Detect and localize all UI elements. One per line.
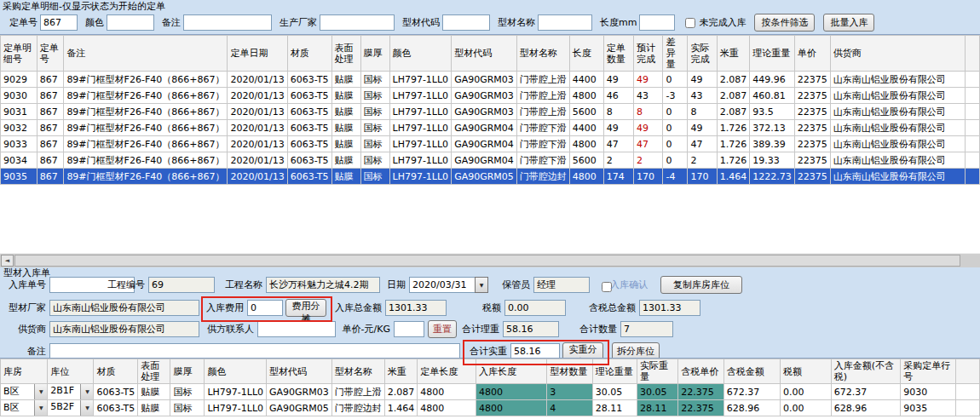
filter-input-profile-code[interactable] <box>442 14 490 31</box>
cell: 2 <box>634 152 663 169</box>
column-header: 膜厚 <box>360 36 389 72</box>
batch-inbound-button[interactable]: 批量入库 <box>823 14 874 32</box>
keeper-label: 保管员 <box>494 277 530 293</box>
scroll-left-arrow[interactable]: ◄ <box>1 255 14 267</box>
cell <box>966 72 980 88</box>
cell: 49 <box>603 72 633 88</box>
filter-input-color[interactable] <box>107 14 154 31</box>
column-header: 差异量 <box>663 36 688 72</box>
reset-button[interactable]: 重置 <box>428 320 457 338</box>
cell: 4800 <box>569 169 603 185</box>
cell: 22375 <box>794 169 830 185</box>
filter-label-profile-code: 型材代码 <box>402 16 440 29</box>
contact-input[interactable] <box>257 321 336 337</box>
cell: 49 <box>688 120 717 136</box>
cell: 2020/01/13 <box>228 104 287 120</box>
project-no-input[interactable] <box>148 277 215 293</box>
cell: 2020/01/13 <box>228 72 287 88</box>
cell: 22.375 <box>678 384 724 400</box>
cell: 9031 <box>1 104 37 120</box>
unit-price-input[interactable] <box>394 321 424 337</box>
column-header: 理论重量 <box>592 359 637 384</box>
inbound-row[interactable]: B区▼5B2F▼6063-T5贴膜国标LH797-1LL0GA90GRM05门带… <box>1 400 980 416</box>
dropdown-arrow-icon[interactable]: ▼ <box>80 384 93 399</box>
fee-input[interactable] <box>247 300 283 316</box>
order-row[interactable]: 903186789#门框型材F26-F40（866+867）2020/01/13… <box>1 104 980 120</box>
cell: 国标 <box>170 384 205 400</box>
filter-input-profile-name[interactable] <box>538 14 592 31</box>
project-no-label: 工程编号 <box>101 277 145 293</box>
cell: 6063-T5 <box>287 72 331 88</box>
order-row[interactable]: 903286789#门框型材F26-F40（866+867）2020/01/13… <box>1 120 980 136</box>
cell: 0 <box>663 72 688 88</box>
dropdown-arrow-icon[interactable]: ▼ <box>34 384 47 399</box>
tax-input[interactable] <box>504 300 566 316</box>
column-header: 定单长度 <box>418 359 476 384</box>
cell: 3 <box>547 384 592 400</box>
factory-input[interactable] <box>49 300 199 316</box>
top-panel-title: 采购定单明细-仅显示状态为开始的定单 <box>3 1 165 12</box>
filter-input-remark[interactable] <box>183 14 272 31</box>
order-row[interactable]: 902986789#门框型材F26-F40（866+867）2020/01/13… <box>1 72 980 88</box>
cell: 672.37 <box>831 384 900 400</box>
project-name-input[interactable] <box>266 277 380 293</box>
order-row[interactable]: 903586789#门框型材F26-F40（866+867）2020/01/13… <box>1 169 980 185</box>
order-row[interactable]: 903386789#门框型材F26-F40（866+867）2020/01/13… <box>1 136 980 152</box>
cell: 22375 <box>794 72 830 88</box>
cell: 89#门框型材F26-F40（866+867） <box>64 72 228 88</box>
filter-by-condition-button[interactable]: 按条件筛选 <box>754 14 815 32</box>
filter-input-order-no[interactable] <box>40 14 78 31</box>
cell: 22375 <box>794 120 830 136</box>
unit-price-label: 单价-元/KG <box>339 321 390 337</box>
column-header: 供货商 <box>830 36 966 72</box>
cell: 6063-T5 <box>287 120 331 136</box>
filter-input-manufacturer[interactable] <box>320 14 395 31</box>
date-input[interactable] <box>409 277 476 293</box>
total-qty-input[interactable] <box>620 321 673 337</box>
cell: 49 <box>634 72 663 88</box>
location-combobox[interactable]: B区▼ <box>1 400 47 416</box>
cell: 4800 <box>476 400 547 416</box>
cell: 国标 <box>360 104 389 120</box>
cell: 30.05 <box>592 384 637 400</box>
order-row[interactable]: 903086789#门框型材F26-F40（866+867）2020/01/13… <box>1 88 980 104</box>
unfinished-checkbox[interactable] <box>685 18 695 28</box>
fee-apportion-button[interactable]: 费用分摊 <box>285 299 326 317</box>
dropdown-arrow-icon[interactable]: ▼ <box>34 400 47 416</box>
location-combobox[interactable]: 2B1F▼ <box>48 384 93 399</box>
cell: 5600 <box>569 104 603 120</box>
location-combobox[interactable]: B区▼ <box>1 384 47 399</box>
filter-input-length[interactable] <box>639 14 675 31</box>
order-row[interactable]: 903486789#门框型材F26-F40（866+867）2020/01/13… <box>1 152 980 169</box>
cell: 1222.73 <box>750 169 795 185</box>
keeper-input[interactable] <box>533 277 590 293</box>
cell: 9034 <box>1 152 37 169</box>
total-amount-input[interactable] <box>385 300 447 316</box>
scrollbar-thumb[interactable] <box>14 255 960 267</box>
unfinished-checkbox-wrap[interactable]: 未完成入库 <box>685 16 746 29</box>
cell: 93.5 <box>750 104 795 120</box>
total-theory-weight-input[interactable] <box>503 321 559 337</box>
cell: 9029 <box>1 72 37 88</box>
header-row: 库房库位材质表面处理膜厚颜色型材代码型材名称米重定单长度入库长度型材数量理论重量… <box>1 359 980 384</box>
cell: 6063-T5 <box>287 136 331 152</box>
column-header: 库位 <box>48 359 94 384</box>
cell: 贴膜 <box>331 169 360 185</box>
supplier-input[interactable] <box>49 321 199 337</box>
cell: 门带腔下滑 <box>516 136 569 152</box>
cell: 0 <box>663 120 688 136</box>
cell: 22375 <box>794 152 830 169</box>
cell: 449.96 <box>750 72 795 88</box>
horizontal-scrollbar[interactable]: ◄ <box>0 253 980 267</box>
dropdown-arrow-icon[interactable]: ▼ <box>80 400 93 416</box>
cell: 174 <box>603 169 633 185</box>
cell: 2020/01/13 <box>228 136 287 152</box>
total-with-tax-input[interactable] <box>639 300 700 316</box>
column-header: 表面处理 <box>138 359 170 384</box>
copy-warehouse-location-button[interactable]: 复制库房库位 <box>660 276 742 294</box>
location-combobox[interactable]: 5B2F▼ <box>48 400 93 416</box>
inbound-row[interactable]: B区▼2B1F▼6063-T5贴膜国标LH797-1LL0GA90GRM03门带… <box>1 384 980 400</box>
column-header: 定单日期 <box>228 36 287 72</box>
cell: GA90GRM03 <box>267 384 332 400</box>
date-dropdown-button[interactable]: ▼ <box>475 277 488 293</box>
